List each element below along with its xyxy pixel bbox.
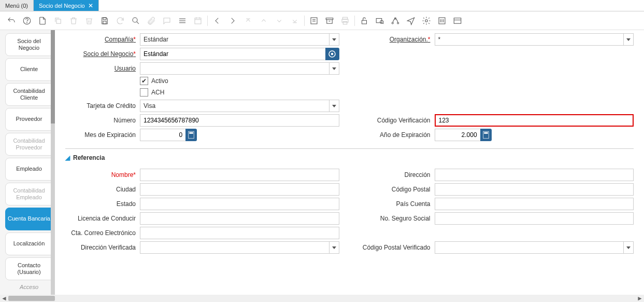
- licencia-input[interactable]: [140, 212, 339, 225]
- send-button[interactable]: [404, 13, 418, 28]
- svg-point-7: [133, 18, 137, 22]
- cpver-label: Código Postal Verificado: [360, 244, 435, 251]
- svg-rect-12: [195, 18, 201, 23]
- activo-label: Activo: [151, 77, 168, 85]
- sidebar-item-localizacion[interactable]: Localización: [5, 232, 53, 255]
- calculator-icon[interactable]: [185, 129, 197, 141]
- estado-label: Estado: [65, 200, 140, 208]
- search-button[interactable]: [128, 13, 143, 28]
- sidebar-item-contacto[interactable]: Contacto (Usuario): [5, 257, 53, 280]
- sidebar-item-proveedor[interactable]: Proveedor: [5, 108, 53, 131]
- svg-rect-42: [484, 132, 488, 134]
- anoexp-input[interactable]: [435, 129, 481, 141]
- pais-label: País Cuenta: [360, 200, 435, 208]
- svg-rect-21: [326, 18, 333, 19]
- dropdown-icon[interactable]: [623, 241, 634, 254]
- help-button[interactable]: [20, 13, 34, 28]
- estado-input[interactable]: [140, 198, 339, 210]
- tab-label: Menú (0): [5, 3, 28, 9]
- codver-label: Código Verificación: [360, 117, 435, 124]
- socio-label[interactable]: Socio del Negocio*: [65, 50, 140, 58]
- compania-combo[interactable]: Estándar: [140, 33, 339, 46]
- cp-label: Código Postal: [360, 186, 435, 193]
- form-content: Compañía* Estándar Organización.* *: [55, 30, 644, 302]
- organizacion-combo[interactable]: *: [435, 33, 634, 46]
- organizacion-label[interactable]: Organización.*: [360, 36, 435, 43]
- ciudad-input[interactable]: [140, 183, 339, 196]
- sidebar-item-label: Cliente: [20, 66, 38, 73]
- sidebar-item-acceso[interactable]: Acceso: [5, 282, 53, 293]
- save-button[interactable]: [97, 13, 112, 28]
- grid-toggle-button[interactable]: [175, 13, 190, 28]
- svg-rect-18: [311, 18, 317, 24]
- workflow-button[interactable]: [388, 13, 403, 28]
- sidebar-item-label: Contabilidad Empleado: [7, 187, 51, 201]
- pais-input[interactable]: [435, 198, 634, 210]
- section-referencia-header[interactable]: ◢ Referencia: [65, 154, 634, 162]
- dirver-label: Dirección Verificada: [65, 244, 140, 251]
- print-button: [338, 13, 352, 28]
- dropdown-icon[interactable]: [623, 33, 634, 46]
- lock-button[interactable]: [357, 13, 371, 28]
- sidebar-item-cliente[interactable]: Cliente: [5, 58, 53, 81]
- nss-input[interactable]: [435, 212, 634, 225]
- licencia-label: Licencia de Conducir: [65, 215, 140, 222]
- tab-socio-negocio[interactable]: Socio del Negocio ✕: [34, 0, 99, 11]
- sidebar-item-label: Acceso: [20, 284, 38, 291]
- cp-input[interactable]: [435, 183, 634, 196]
- zoom-button[interactable]: [373, 13, 387, 28]
- sidebar-scrollbar[interactable]: [51, 30, 55, 302]
- tab-label: Socio del Negocio: [39, 3, 85, 9]
- nav-next-button[interactable]: [225, 13, 240, 28]
- sidebar-item-contabilidad-cliente[interactable]: Contabilidad Cliente: [5, 83, 53, 106]
- new-button[interactable]: [35, 13, 50, 28]
- close-icon[interactable]: ✕: [88, 2, 93, 9]
- nombre-input[interactable]: [140, 169, 339, 181]
- archive-button[interactable]: [322, 13, 337, 28]
- tarjeta-combo[interactable]: Visa: [140, 100, 339, 112]
- nav-prev-button[interactable]: [210, 13, 224, 28]
- direccion-input[interactable]: [435, 169, 634, 181]
- report-button[interactable]: [307, 13, 321, 28]
- settings-button[interactable]: [419, 13, 434, 28]
- svg-rect-40: [189, 132, 193, 134]
- csv-import-button[interactable]: [450, 13, 465, 28]
- sidebar-item-empleado[interactable]: Empleado: [5, 158, 53, 181]
- codver-input[interactable]: [435, 114, 634, 127]
- scroll-right-icon[interactable]: ►: [636, 295, 644, 302]
- email-input[interactable]: [140, 227, 339, 239]
- dropdown-icon[interactable]: [329, 241, 339, 254]
- product-info-button[interactable]: [435, 13, 449, 28]
- tab-menu[interactable]: Menú (0): [0, 0, 34, 11]
- activo-checkbox[interactable]: [140, 77, 148, 85]
- horizontal-scrollbar[interactable]: ◄ ►: [0, 295, 644, 302]
- numero-input[interactable]: [140, 114, 339, 127]
- undo-button[interactable]: [4, 13, 19, 28]
- usuario-combo[interactable]: [140, 62, 339, 75]
- svg-point-1: [27, 22, 27, 23]
- dirver-combo[interactable]: [140, 241, 339, 254]
- calculator-icon[interactable]: [480, 129, 492, 141]
- dropdown-icon[interactable]: [329, 62, 339, 75]
- cpver-combo[interactable]: [435, 241, 634, 254]
- dropdown-icon[interactable]: [329, 100, 339, 112]
- delete-button: [66, 13, 81, 28]
- sidebar-item-label: Contabilidad Cliente: [7, 88, 51, 101]
- nss-label: No. Seguro Social: [360, 215, 435, 222]
- nav-up-button: [256, 13, 271, 28]
- lookup-icon[interactable]: [325, 48, 339, 60]
- collapse-icon[interactable]: ◢: [65, 154, 70, 161]
- sidebar-item-contabilidad-proveedor[interactable]: Contabilidad Proveedor: [5, 133, 53, 156]
- usuario-label[interactable]: Usuario: [65, 65, 140, 72]
- socio-input[interactable]: [140, 48, 326, 60]
- ach-checkbox[interactable]: [140, 88, 148, 97]
- sidebar-item-cuenta-bancaria[interactable]: Cuenta Bancaria: [5, 208, 53, 230]
- sidebar-item-socio-negocio[interactable]: Socio del Negocio: [5, 33, 53, 56]
- scroll-left-icon[interactable]: ◄: [0, 295, 8, 302]
- sidebar-item-label: Socio del Negocio: [7, 38, 51, 51]
- mesexp-input[interactable]: [140, 129, 186, 141]
- sidebar-item-contabilidad-empleado[interactable]: Contabilidad Empleado: [5, 183, 53, 205]
- sidebar: Socio del Negocio Cliente Contabilidad C…: [0, 30, 55, 302]
- dropdown-icon[interactable]: [329, 33, 339, 46]
- compania-label[interactable]: Compañía*: [65, 36, 140, 43]
